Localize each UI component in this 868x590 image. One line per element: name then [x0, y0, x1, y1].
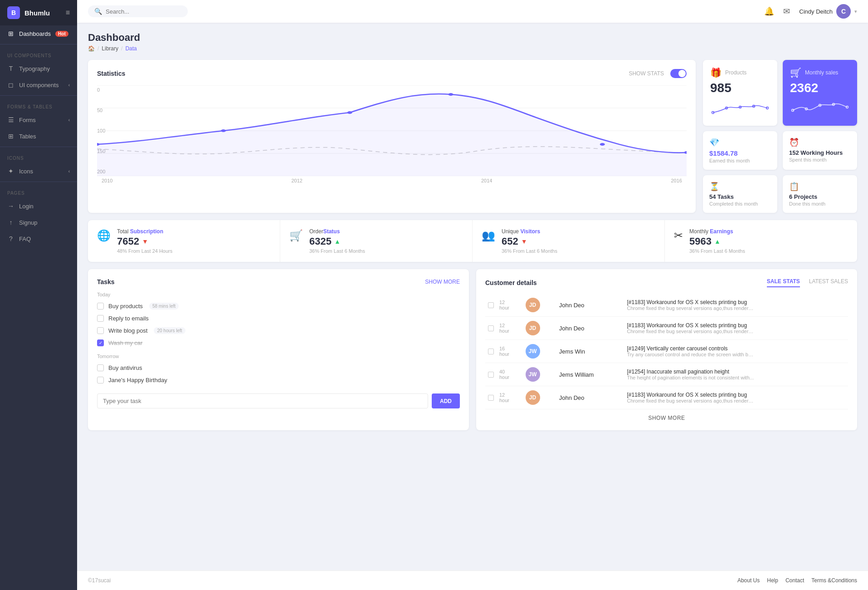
chart-x-labels: 2010 2012 2014 2016 [97, 178, 687, 183]
hot-badge: Hot [55, 31, 68, 37]
hour-cell: 12hour [497, 386, 523, 409]
show-stats-label: SHOW STATS [629, 70, 664, 77]
monthly-sales-header: 🛒 Monthly sales [790, 67, 850, 78]
tasks-header: ⏳ [709, 182, 771, 192]
content-area: Dashboard 🏠 / Library / Data Statistics … [77, 23, 868, 570]
sidebar-item-label: Dashboards [19, 30, 51, 37]
mail-icon[interactable]: ✉ [783, 6, 790, 16]
username: Cindy Deitch [799, 8, 833, 15]
grid-icon: ⊞ [7, 30, 15, 37]
faq-icon: ? [7, 235, 15, 242]
task-checkbox[interactable] [97, 315, 104, 322]
avatar: JD [526, 298, 540, 312]
forms-icon: ☰ [7, 116, 15, 123]
sidebar-item-typography[interactable]: T Typography [0, 60, 77, 77]
customer-title: Customer details [485, 279, 537, 286]
sidebar-item-tables[interactable]: ⊞ Tables [0, 128, 77, 144]
row-checkbox[interactable] [488, 325, 494, 331]
products-label: Products [725, 69, 746, 76]
customer-show-more[interactable]: SHOW MORE [485, 415, 848, 421]
section-label-icons: Icons [0, 149, 77, 163]
sidebar-item-label: Login [19, 203, 34, 210]
task-checkbox[interactable] [97, 303, 104, 310]
earned-value: $1584.78 [709, 149, 771, 157]
cart-icon: 🛒 [790, 67, 801, 78]
metric-value: 5963 ▲ [689, 236, 745, 247]
show-stats-toggle[interactable]: SHOW STATS [629, 69, 687, 78]
customer-details-card: Customer details SALE STATS LATEST SALES… [476, 269, 857, 430]
sidebar-item-faq[interactable]: ? FAQ [0, 231, 77, 247]
sidebar-item-label: Forms [19, 117, 36, 123]
main-area: 🔍 🔔 ✉ Cindy Deitch C ▾ Dashboard 🏠 / Lib… [77, 0, 868, 590]
products-value: 985 [710, 81, 770, 95]
table-row: 16hour JW Jems Win [#1249] Vertically ce… [485, 340, 848, 363]
toggle-switch[interactable] [670, 69, 687, 78]
row-checkbox[interactable] [488, 395, 494, 401]
issue-cell: [#1183] Workaround for OS X selects prin… [624, 317, 848, 340]
row-checkbox[interactable] [488, 349, 494, 354]
task-input[interactable] [97, 393, 428, 408]
sidebar: B Bhumlu ≡ ⊞ Dashboards Hot UI Component… [0, 0, 77, 590]
sidebar-item-label: FAQ [19, 236, 31, 242]
section-label-ui: UI Components [0, 47, 77, 60]
task-input-row: ADD [97, 393, 460, 408]
footer-help[interactable]: Help [767, 577, 778, 584]
metric-order: 🛒 OrderStatus 6325 ▲ 36% From Last 6 Mon… [280, 220, 473, 262]
user-menu[interactable]: Cindy Deitch C ▾ [799, 4, 857, 19]
task-add-button[interactable]: ADD [432, 393, 460, 408]
tab-latest-sales[interactable]: LATEST SALES [809, 278, 848, 287]
issue-cell: [#1183] Workaround for OS X selects prin… [624, 386, 848, 409]
svg-point-6 [221, 129, 226, 132]
sidebar-item-login[interactable]: → Login [0, 198, 77, 214]
notification-icon[interactable]: 🔔 [764, 6, 774, 16]
metric-visitors: 👥 Unique Visitors 652 ▼ 36% From Last 6 … [473, 220, 665, 262]
bottom-row: Tasks SHOW MORE Today Buy products 58 mi… [88, 269, 857, 430]
login-icon: → [7, 202, 15, 210]
sidebar-item-dashboards[interactable]: ⊞ Dashboards Hot [0, 25, 77, 42]
search-box[interactable]: 🔍 [88, 5, 188, 17]
tomorrow-label: Tomorrow [97, 354, 460, 359]
tab-sale-stats[interactable]: SALE STATS [767, 278, 800, 287]
metric-sub-text: 36% From Last 6 Months [502, 248, 557, 254]
sidebar-logo: B Bhumlu ≡ [0, 0, 77, 25]
task-checkbox[interactable] [97, 377, 104, 384]
search-input[interactable] [106, 8, 169, 15]
task-checkbox[interactable] [97, 327, 104, 334]
gift-icon: 🎁 [710, 67, 722, 78]
footer-about[interactable]: About Us [737, 577, 760, 584]
signup-icon: ↑ [7, 219, 15, 226]
metric-sub-text: 36% From Last 6 Months [689, 248, 745, 254]
chart-canvas [97, 85, 687, 176]
sidebar-item-icons[interactable]: ✦ Icons ‹ [0, 163, 77, 179]
breadcrumb-home-icon[interactable]: 🏠 [88, 45, 95, 52]
page-title: Dashboard [88, 32, 857, 44]
task-checkbox-checked[interactable]: ✓ [97, 339, 104, 346]
diamond-icon: 💎 [709, 138, 719, 148]
chevron-icon: ‹ [68, 118, 70, 123]
mini-stats-top: 🎁 Products 985 [703, 60, 857, 126]
task-checkbox[interactable] [97, 364, 104, 371]
hour-cell: 40hour [497, 363, 523, 386]
hamburger-icon[interactable]: ≡ [66, 9, 70, 17]
row-checkbox[interactable] [488, 372, 494, 378]
tasks-stat-card: ⏳ 54 Tasks Completed this month [703, 175, 777, 213]
topbar-right: 🔔 ✉ Cindy Deitch C ▾ [764, 4, 857, 19]
tasks-card: Tasks SHOW MORE Today Buy products 58 mi… [88, 269, 469, 430]
footer-terms[interactable]: Terms &Conditions [811, 577, 857, 584]
task-item: Jane's Happy Birthday [97, 374, 460, 386]
footer-links: About Us Help Contact Terms &Conditions [737, 577, 857, 584]
typography-icon: T [7, 65, 15, 72]
task-badge: 20 hours left [154, 327, 185, 334]
wh-label: Spent this month [789, 157, 851, 162]
row-checkbox[interactable] [488, 302, 494, 308]
issue-cell: [#1249] Vertically center carousel contr… [624, 340, 848, 363]
breadcrumb-library[interactable]: Library [102, 45, 118, 52]
footer-contact[interactable]: Contact [785, 577, 804, 584]
avatar: JD [526, 321, 540, 335]
task-badge: 58 mins left [149, 303, 179, 310]
sidebar-item-forms[interactable]: ☰ Forms ‹ [0, 112, 77, 128]
sidebar-item-signup[interactable]: ↑ Signup [0, 214, 77, 231]
scissors-icon: ✂ [674, 229, 683, 242]
tasks-show-more[interactable]: SHOW MORE [425, 279, 460, 285]
sidebar-item-ui-components[interactable]: ◻ UI components ‹ [0, 77, 77, 93]
